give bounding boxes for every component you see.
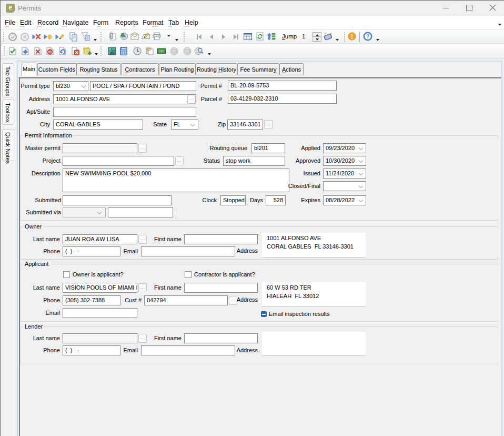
- svg-text:1: 1: [176, 49, 178, 54]
- svg-text:2: 2: [189, 49, 191, 54]
- svg-text:?: ?: [366, 34, 369, 39]
